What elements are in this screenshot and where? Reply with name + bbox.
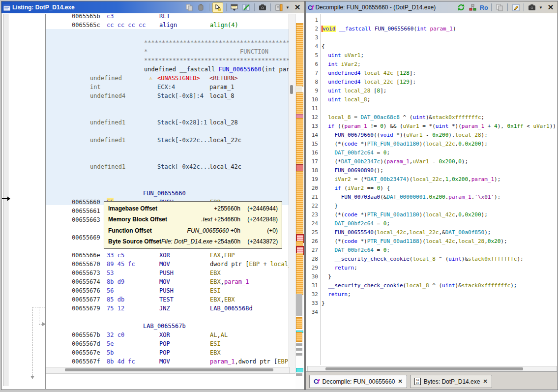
- code-line[interactable]: 21 FUN_00703aa0(&DAT_00000001,0x200,para…: [306, 193, 557, 202]
- listing-row[interactable]: 0065567b32 c0XORAL,AL: [46, 331, 289, 339]
- code-line[interactable]: 25 FUN_00655540(local_42c,local_22c,&DAT…: [306, 228, 557, 237]
- listing-row[interactable]: FUN_00655660: [46, 189, 289, 198]
- listing-row[interactable]: 0065567785 dbTESTEBX,EBX: [46, 295, 289, 304]
- variable-row[interactable]: undefined⚠<UNASSIGNED><RETURN>: [46, 74, 289, 83]
- dropdown-icon[interactable]: ▼: [539, 5, 544, 10]
- code-line[interactable]: 15 (*(code *)PTR_FUN_00ad1180)(local_22c…: [306, 140, 557, 149]
- variable-row[interactable]: undefined1Stack[-0x28]:1local_28: [46, 118, 289, 127]
- listing-display-icon[interactable]: [230, 3, 239, 12]
- listing-row[interactable]: [46, 100, 289, 109]
- tab-close-icon[interactable]: ✕: [398, 378, 402, 385]
- code-line[interactable]: 13 if ((param_1 != 0) && (uVar1 = *(uint…: [306, 122, 557, 131]
- scrollbar-thumb[interactable]: [290, 85, 293, 94]
- edit-fields-icon[interactable]: [274, 3, 284, 12]
- listing-row[interactable]: 0065567089 45 fcMOVdword ptr [EBP + loca…: [46, 260, 289, 269]
- decompiled-code-area[interactable]: 12void __fastcall FUN_00655660(int param…: [306, 14, 557, 365]
- overview-marker[interactable]: [296, 92, 303, 115]
- listing-row[interactable]: [46, 171, 289, 180]
- overview-marker[interactable]: [296, 353, 302, 356]
- overview-marker[interactable]: [296, 118, 303, 165]
- overview-marker[interactable]: [296, 317, 302, 329]
- variable-row[interactable]: intECX:4param_1: [46, 83, 289, 91]
- code-line[interactable]: 27 DAT_00bf2c64 = 0;: [306, 246, 557, 255]
- snapshot-camera-icon[interactable]: [527, 3, 537, 12]
- listing-row[interactable]: 0065565ccc cc cc ccalignalign(4): [46, 21, 289, 30]
- listing-row[interactable]: [46, 180, 289, 189]
- scrollbar-thumb[interactable]: [325, 367, 523, 370]
- listing-row[interactable]: 0065565bc3RET: [46, 14, 289, 21]
- code-line[interactable]: 31 __security_check_cookie(local_8 ^ (ui…: [306, 281, 557, 290]
- tab-close-icon[interactable]: ✕: [483, 378, 487, 385]
- code-line[interactable]: 1: [306, 16, 557, 25]
- listing-row[interactable]: [46, 153, 289, 162]
- overview-marker[interactable]: [296, 23, 303, 87]
- listing-row[interactable]: [46, 313, 289, 322]
- code-line[interactable]: 28 __security_check_cookie(local_8 ^ (ui…: [306, 255, 557, 264]
- code-line[interactable]: 9 uint local_28 [8];: [306, 87, 557, 95]
- code-line[interactable]: 5 uint uVar1;: [306, 51, 557, 60]
- close-icon[interactable]: ✕: [546, 3, 556, 12]
- reorder-ro-button[interactable]: Ro: [480, 4, 488, 11]
- overview-marker[interactable]: [296, 171, 303, 235]
- code-line[interactable]: 6 int iVar2;: [306, 60, 557, 69]
- listing-horizontal-scrollbar[interactable]: [46, 367, 290, 374]
- overview-marker-margin[interactable]: [295, 14, 303, 389]
- code-line[interactable]: 4{: [306, 42, 557, 51]
- code-line[interactable]: 22 }: [306, 202, 557, 211]
- listing-viewport[interactable]: 0065565bc3RET0065565ccc cc cc ccalignali…: [46, 14, 289, 367]
- listing-row[interactable]: 0065567d5ePOPESI: [46, 339, 289, 348]
- code-line[interactable]: 7 undefined4 local_42c [128];: [306, 69, 557, 78]
- code-line[interactable]: 3: [306, 33, 557, 42]
- code-line[interactable]: 10 uint local_8;: [306, 95, 557, 104]
- listing-comment-row[interactable]: ****************************************…: [46, 56, 289, 65]
- code-line[interactable]: 29 return;: [306, 264, 557, 272]
- variable-row[interactable]: undefined4Stack[-0x8]:4local_8: [46, 91, 289, 100]
- code-line[interactable]: 33}: [306, 299, 557, 308]
- code-line[interactable]: 34: [306, 308, 557, 317]
- variable-row[interactable]: undefined1Stack[-0x22c...local_22c: [46, 136, 289, 145]
- code-line[interactable]: 11: [306, 104, 557, 113]
- code-line[interactable]: 14 FUN_00679660((void *)(uVar1 - 0x200),…: [306, 131, 557, 140]
- copy-icon[interactable]: [184, 3, 194, 12]
- overview-marker[interactable]: [296, 253, 303, 295]
- overview-marker[interactable]: [296, 294, 302, 316]
- graph-icon[interactable]: [468, 3, 478, 12]
- tab-bytes[interactable]: 1001 Bytes: DotP_D14.exe ✕: [410, 375, 492, 388]
- listing-row[interactable]: [46, 109, 289, 118]
- scrollbar-thumb[interactable]: [65, 368, 273, 371]
- code-line[interactable]: 17 (*DAT_00b2347c)(param_1,uVar1 - 0x200…: [306, 157, 557, 166]
- copy-icon[interactable]: [495, 3, 504, 12]
- listing-row[interactable]: 006556748b d9MOVEBX,param_1: [46, 277, 289, 286]
- dropdown-icon[interactable]: ▼: [286, 5, 291, 10]
- listing-row[interactable]: 0065567975 12JNZLAB_0065568d: [46, 304, 289, 313]
- code-line[interactable]: 26 (*(code *)PTR_FUN_00ad1188)(local_42c…: [306, 237, 557, 246]
- listing-comment-row[interactable]: ****************************************…: [46, 38, 289, 47]
- overview-marker[interactable]: [296, 343, 302, 346]
- listing-row[interactable]: 0065567656PUSHESI: [46, 286, 289, 295]
- code-line[interactable]: 18 FUN_00690890();: [306, 166, 557, 175]
- listing-comment-row[interactable]: * FUNCTION: [46, 47, 289, 56]
- listing-row[interactable]: 0065567353PUSHEBX: [46, 269, 289, 277]
- edit-pencil-icon[interactable]: [511, 3, 521, 12]
- code-line[interactable]: 2void __fastcall FUN_00655660(int param_…: [306, 25, 557, 33]
- paste-icon[interactable]: [196, 3, 206, 12]
- code-line[interactable]: 8 undefined4 local_22c [129];: [306, 78, 557, 87]
- code-line[interactable]: 32 return;: [306, 290, 557, 299]
- code-line[interactable]: 23 (*(code *)PTR_FUN_00ad1180)(local_42c…: [306, 211, 557, 219]
- listing-row[interactable]: [46, 30, 289, 38]
- snapshot-camera-icon[interactable]: [258, 3, 267, 12]
- diff-view-icon[interactable]: [241, 3, 251, 12]
- close-icon[interactable]: ✕: [293, 3, 302, 12]
- listing-vertical-scrollbar[interactable]: [289, 14, 295, 374]
- overview-marker[interactable]: [296, 332, 302, 342]
- refresh-icon[interactable]: [456, 3, 466, 12]
- tab-decompile[interactable]: Cf Decompile: FUN_00655660 ✕: [309, 375, 407, 388]
- function-signature-row[interactable]: undefined __fastcall FUN_00655660(int pa…: [46, 65, 289, 74]
- overview-marker[interactable]: [296, 86, 302, 92]
- overview-marker[interactable]: [296, 373, 302, 376]
- variable-row[interactable]: undefined1Stack[-0x42c...local_42c: [46, 162, 289, 171]
- code-line[interactable]: 30 }: [306, 272, 557, 281]
- overview-marker[interactable]: [296, 348, 302, 351]
- listing-row[interactable]: LAB_0065567b: [46, 322, 289, 331]
- code-line[interactable]: 19 iVar2 = (*DAT_00b23474)(local_22c,1,0…: [306, 175, 557, 184]
